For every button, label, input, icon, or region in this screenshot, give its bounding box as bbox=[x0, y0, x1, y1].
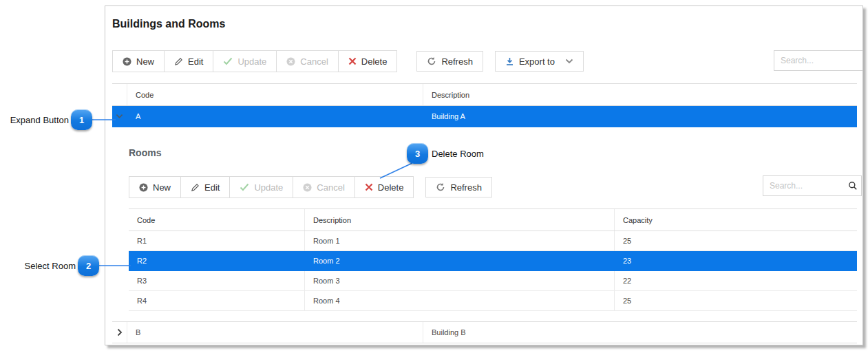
rooms-cancel-button: Cancel bbox=[293, 177, 354, 197]
page-title: Buildings and Rooms bbox=[112, 18, 225, 30]
building-code-cell: B bbox=[127, 322, 423, 343]
building-row-a[interactable]: A Building A bbox=[112, 106, 857, 127]
rooms-edit-button[interactable]: Edit bbox=[180, 177, 229, 197]
rooms-delete-button-label: Delete bbox=[378, 182, 404, 193]
refresh-icon bbox=[436, 182, 445, 192]
expand-row-button[interactable] bbox=[112, 322, 127, 343]
update-button-label: Update bbox=[237, 56, 266, 67]
expand-column-header bbox=[112, 84, 127, 105]
room-description-cell: Room 2 bbox=[305, 251, 615, 270]
check-icon bbox=[223, 57, 233, 65]
rooms-search-input[interactable] bbox=[763, 175, 862, 196]
room-row-r4[interactable]: R4 Room 4 25 bbox=[129, 291, 857, 311]
room-capacity-column-header: Capacity bbox=[615, 209, 857, 231]
room-description-cell: Room 1 bbox=[305, 231, 615, 250]
room-code-column-header: Code bbox=[129, 209, 305, 231]
master-search bbox=[774, 50, 863, 71]
rooms-delete-button[interactable]: Delete bbox=[354, 177, 414, 197]
export-button[interactable]: Export to bbox=[495, 51, 584, 72]
pencil-icon bbox=[191, 183, 200, 192]
plus-circle-icon bbox=[139, 183, 148, 192]
room-code-cell: R2 bbox=[129, 251, 305, 270]
buildings-and-rooms-panel: Buildings and Rooms New Edit Update Canc… bbox=[105, 6, 863, 345]
rooms-new-button[interactable]: New bbox=[129, 177, 180, 197]
chevron-right-icon bbox=[117, 328, 123, 336]
check-icon bbox=[240, 183, 249, 191]
room-capacity-cell: 25 bbox=[615, 231, 857, 250]
x-icon bbox=[365, 183, 373, 191]
room-description-cell: Room 4 bbox=[305, 291, 615, 310]
master-search-input[interactable] bbox=[774, 50, 863, 71]
edit-button-label: Edit bbox=[188, 56, 203, 67]
refresh-button[interactable]: Refresh bbox=[416, 51, 483, 72]
collapse-row-button[interactable] bbox=[112, 106, 127, 127]
room-description-column-header: Description bbox=[305, 209, 615, 231]
rooms-refresh-button-label: Refresh bbox=[450, 182, 482, 193]
rooms-toolbar: New Edit Update Cancel Delete Refresh bbox=[129, 176, 492, 198]
cancel-button: Cancel bbox=[276, 51, 337, 72]
update-button: Update bbox=[213, 51, 276, 72]
rooms-toolbar-group: New Edit Update Cancel Delete bbox=[129, 176, 414, 198]
room-description-cell: Room 3 bbox=[305, 271, 615, 290]
edit-button[interactable]: Edit bbox=[164, 51, 213, 72]
delete-button[interactable]: Delete bbox=[338, 51, 397, 72]
room-row-r3[interactable]: R3 Room 3 22 bbox=[129, 271, 857, 291]
building-code-cell: A bbox=[127, 106, 423, 127]
refresh-button-label: Refresh bbox=[441, 56, 473, 67]
rooms-grid: Code Description Capacity R1 Room 1 25 R… bbox=[129, 208, 857, 311]
delete-button-label: Delete bbox=[361, 56, 388, 67]
room-capacity-cell: 23 bbox=[615, 251, 857, 270]
building-description-cell: Building B bbox=[423, 322, 857, 343]
buildings-grid: Code Description A Building A bbox=[112, 83, 857, 127]
callout-label-expand-button: Expand Button bbox=[0, 115, 69, 125]
room-capacity-cell: 22 bbox=[615, 271, 857, 290]
rooms-edit-button-label: Edit bbox=[204, 182, 220, 193]
refresh-icon bbox=[427, 56, 436, 66]
x-circle-icon bbox=[286, 57, 295, 66]
room-code-cell: R3 bbox=[129, 271, 305, 290]
export-button-label: Export to bbox=[519, 56, 555, 67]
callout-badge-2: 2 bbox=[78, 255, 99, 276]
room-row-r1[interactable]: R1 Room 1 25 bbox=[129, 231, 857, 251]
pencil-icon bbox=[174, 57, 183, 66]
rooms-section-title: Rooms bbox=[129, 147, 161, 158]
building-row-b[interactable]: B Building B bbox=[112, 321, 857, 343]
rooms-cancel-button-label: Cancel bbox=[317, 182, 344, 193]
callout-badge-3: 3 bbox=[407, 143, 428, 164]
code-column-header: Code bbox=[127, 84, 423, 105]
new-button-label: New bbox=[136, 56, 154, 67]
rooms-grid-header: Code Description Capacity bbox=[129, 208, 857, 231]
x-icon bbox=[348, 57, 357, 65]
chevron-down-icon bbox=[116, 114, 123, 119]
rooms-new-button-label: New bbox=[153, 182, 171, 193]
building-description-cell: Building A bbox=[423, 106, 857, 127]
buildings-grid-continued: B Building B bbox=[112, 321, 857, 343]
x-circle-icon bbox=[303, 183, 312, 192]
rooms-update-button: Update bbox=[229, 177, 293, 197]
master-toolbar: New Edit Update Cancel Delete Refresh bbox=[112, 50, 584, 72]
rooms-search bbox=[763, 175, 862, 196]
callout-label-delete-room: Delete Room bbox=[432, 149, 484, 159]
chevron-down-icon bbox=[565, 58, 573, 64]
cancel-button-label: Cancel bbox=[300, 56, 328, 67]
room-code-cell: R1 bbox=[129, 231, 305, 250]
download-icon bbox=[505, 57, 514, 66]
buildings-grid-header: Code Description bbox=[112, 83, 857, 106]
master-toolbar-group: New Edit Update Cancel Delete bbox=[112, 50, 397, 72]
room-row-r2[interactable]: R2 Room 2 23 bbox=[129, 251, 857, 271]
rooms-update-button-label: Update bbox=[254, 182, 283, 193]
description-column-header: Description bbox=[423, 84, 857, 105]
room-capacity-cell: 25 bbox=[615, 291, 857, 310]
new-button[interactable]: New bbox=[113, 51, 164, 72]
room-code-cell: R4 bbox=[129, 291, 305, 310]
search-icon[interactable] bbox=[848, 181, 858, 191]
callout-badge-1: 1 bbox=[71, 109, 92, 130]
callout-label-select-room: Select Room bbox=[0, 261, 76, 271]
rooms-refresh-button[interactable]: Refresh bbox=[425, 177, 492, 197]
plus-circle-icon bbox=[123, 57, 131, 66]
